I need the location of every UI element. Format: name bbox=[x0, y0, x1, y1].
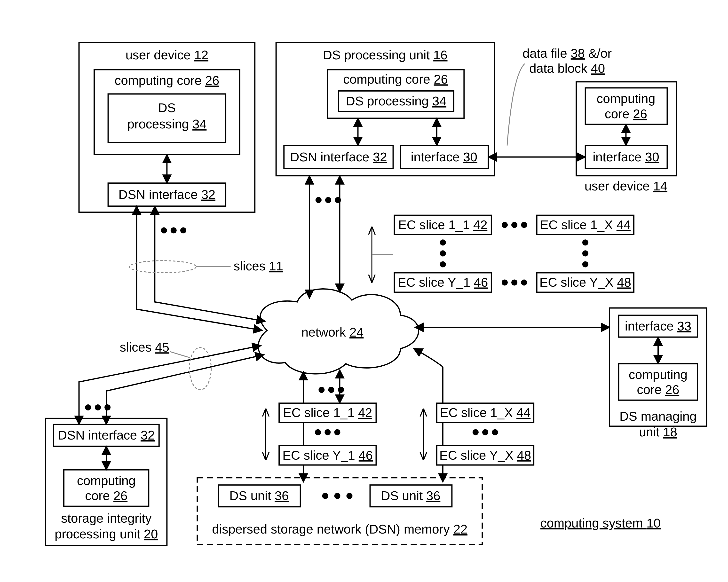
if30b-ref: 30 bbox=[463, 150, 477, 164]
svg-point-101 bbox=[346, 493, 353, 499]
svg-point-70 bbox=[338, 387, 344, 393]
dsnif32b-ref: 32 bbox=[373, 150, 387, 164]
system-label: computing system 10 bbox=[540, 516, 660, 530]
svg-point-111 bbox=[95, 404, 101, 411]
svg-text:processing 34: processing 34 bbox=[127, 117, 206, 131]
svg-point-38 bbox=[502, 222, 508, 228]
svg-point-40 bbox=[521, 222, 527, 228]
cc26b-ref: 26 bbox=[434, 72, 448, 86]
if30b-label: interface bbox=[411, 150, 463, 164]
svg-text:processing unit 20: processing unit 20 bbox=[54, 527, 158, 541]
cc26m-l2: core bbox=[637, 382, 665, 397]
svg-point-45 bbox=[440, 250, 446, 256]
user-device-12-label: user device bbox=[126, 48, 194, 62]
svg-text:DS unit 36: DS unit 36 bbox=[381, 488, 440, 503]
svg-point-49 bbox=[582, 261, 589, 267]
cc26b-label: computing core bbox=[343, 72, 434, 86]
svg-text:interface 30: interface 30 bbox=[411, 150, 477, 164]
diagram-canvas: user device 12 computing core 26 DS proc… bbox=[0, 0, 728, 582]
svg-text:computing core 26: computing core 26 bbox=[343, 72, 448, 86]
svg-text:core 26: core 26 bbox=[605, 107, 647, 121]
svg-text:core 26: core 26 bbox=[85, 488, 128, 503]
svg-point-68 bbox=[318, 387, 324, 393]
svg-text:slices 11: slices 11 bbox=[234, 259, 283, 273]
sipu-l2: processing unit bbox=[54, 527, 144, 541]
user-device-14: computing core 26 interface 30 user devi… bbox=[576, 82, 676, 193]
computing-core-26a-label: computing core bbox=[114, 73, 205, 87]
svg-point-48 bbox=[582, 250, 589, 256]
svg-text:DSN interface 32: DSN interface 32 bbox=[119, 187, 215, 202]
svg-point-53 bbox=[161, 227, 167, 233]
cc26c-l2: core bbox=[605, 107, 633, 121]
ec-slice-grid-lower: EC slice 1_1 42 EC slice Y_1 46 EC slice… bbox=[266, 403, 534, 465]
svg-point-42 bbox=[511, 280, 517, 285]
svg-text:DSN interface 32: DSN interface 32 bbox=[58, 428, 155, 442]
svg-text:DSN interface 32: DSN interface 32 bbox=[290, 150, 387, 164]
cc26c-l1: computing bbox=[597, 91, 655, 106]
svg-text:EC slice 1_X 44: EC slice 1_X 44 bbox=[440, 405, 531, 420]
dsnif32s-ref: 32 bbox=[140, 428, 155, 442]
svg-point-46 bbox=[440, 261, 446, 267]
svg-text:EC slice 1_X 44: EC slice 1_X 44 bbox=[540, 218, 630, 232]
svg-point-56 bbox=[129, 261, 196, 273]
svg-point-92 bbox=[492, 429, 498, 435]
svg-text:EC slice 1_1 42: EC slice 1_1 42 bbox=[283, 405, 372, 420]
if30c-label: interface bbox=[593, 150, 645, 164]
svg-text:interface 30: interface 30 bbox=[593, 150, 659, 164]
svg-point-84 bbox=[334, 429, 340, 435]
svg-point-100 bbox=[334, 493, 340, 499]
svg-point-112 bbox=[104, 404, 110, 411]
svg-point-39 bbox=[511, 222, 517, 228]
svg-text:interface 33: interface 33 bbox=[625, 319, 692, 333]
ud14-ref: 14 bbox=[653, 179, 667, 193]
svg-point-99 bbox=[322, 493, 328, 499]
svg-text:network 24: network 24 bbox=[301, 325, 364, 339]
dsn-memory: DS unit 36 DS unit 36 dispersed storage … bbox=[197, 478, 482, 545]
svg-point-110 bbox=[85, 404, 91, 411]
svg-point-83 bbox=[324, 429, 331, 435]
svg-line-114 bbox=[170, 351, 190, 358]
svg-text:dispersed storage network (DSN: dispersed storage network (DSN) memory 2… bbox=[212, 522, 467, 536]
cc26m-ref: 26 bbox=[665, 382, 679, 397]
network-ref: 24 bbox=[349, 325, 364, 339]
sipu-links: slices 45 bbox=[79, 340, 264, 424]
ds-processing-unit-16: DS processing unit 16 computing core 26 … bbox=[276, 43, 494, 176]
user-device-12: user device 12 computing core 26 DS proc… bbox=[79, 43, 255, 212]
svg-text:user device 14: user device 14 bbox=[584, 179, 668, 193]
dsn-interface-32a-ref: 32 bbox=[201, 187, 215, 202]
svg-text:slices 45: slices 45 bbox=[120, 340, 169, 354]
svg-text:computing core 26: computing core 26 bbox=[114, 73, 219, 87]
svg-text:EC slice Y_1 46: EC slice Y_1 46 bbox=[398, 275, 488, 289]
svg-point-90 bbox=[473, 429, 478, 435]
if33-label: interface bbox=[625, 319, 677, 333]
svg-point-54 bbox=[171, 227, 177, 233]
svg-point-43 bbox=[521, 280, 527, 285]
svg-text:data file 38 &/or: data file 38 &/or bbox=[522, 46, 612, 60]
if33-ref: 33 bbox=[677, 319, 691, 333]
svg-point-41 bbox=[502, 280, 508, 285]
ds-managing-unit: interface 33 computing core 26 DS managi… bbox=[609, 308, 706, 439]
svg-point-113 bbox=[189, 347, 211, 390]
computing-core-26a-ref: 26 bbox=[205, 73, 219, 87]
cc26s-l1: computing bbox=[77, 473, 135, 488]
ds-processing-34a-l1: DS bbox=[158, 101, 176, 115]
svg-point-91 bbox=[482, 429, 488, 435]
dsmu-l2: unit bbox=[639, 425, 663, 439]
svg-text:data block 40: data block 40 bbox=[529, 61, 605, 75]
svg-text:EC slice Y_1 46: EC slice Y_1 46 bbox=[282, 448, 373, 462]
sipu-l1: storage integrity bbox=[61, 511, 152, 525]
dsmu-l1: DS managing bbox=[619, 409, 697, 423]
svg-point-63 bbox=[335, 197, 341, 203]
dsmu-ref: 18 bbox=[663, 425, 677, 439]
storage-integrity-unit: DSN interface 32 computing core 26 stora… bbox=[46, 418, 167, 546]
svg-point-61 bbox=[315, 197, 321, 203]
cc26c-ref: 26 bbox=[633, 107, 647, 121]
svg-text:EC slice Y_X 48: EC slice Y_X 48 bbox=[439, 448, 531, 462]
if30c-ref: 30 bbox=[645, 150, 659, 164]
dsp34b-label: DS processing bbox=[346, 94, 432, 108]
svg-text:EC slice Y_X 48: EC slice Y_X 48 bbox=[540, 275, 631, 289]
dspu-16-label: DS processing unit bbox=[323, 48, 433, 62]
svg-text:DS processing unit 16: DS processing unit 16 bbox=[323, 48, 448, 62]
cc26s-l2: core bbox=[85, 488, 113, 503]
ds-processing-34a-ref: 34 bbox=[192, 117, 206, 131]
